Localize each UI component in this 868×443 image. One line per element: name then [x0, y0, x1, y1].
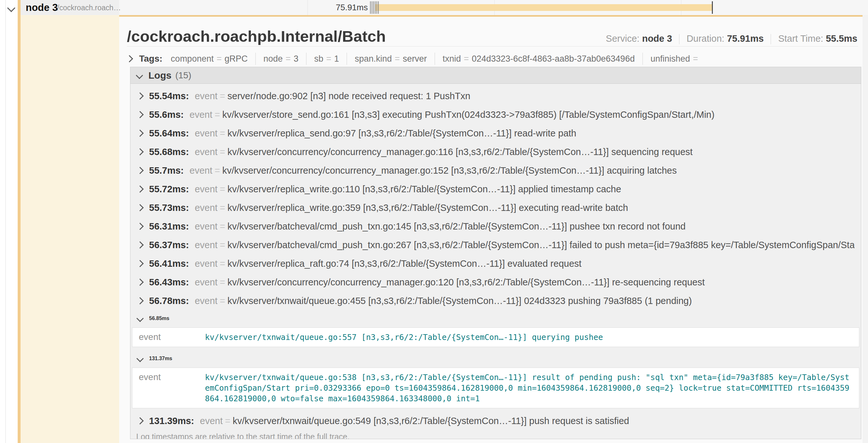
span-duration-label: 75.91ms	[297, 0, 368, 15]
tag-equals: =	[395, 54, 400, 64]
log-field-key: event	[195, 147, 217, 157]
log-row[interactable]: 55.7ms:event=kv/kvserver/concurrency/con…	[130, 161, 861, 180]
log-row[interactable]: 56.37ms:event=kv/kvserver/batcheval/cmd_…	[130, 236, 861, 254]
log-timestamp: 55.73ms:	[149, 203, 189, 213]
log-expand-chevron-icon[interactable]	[136, 241, 144, 249]
tag-equals: =	[326, 54, 331, 64]
tag-equals: =	[464, 54, 469, 64]
log-expand-chevron-icon[interactable]	[136, 297, 144, 305]
log-row[interactable]: 56.43ms:event=kv/kvserver/concurrency/co…	[130, 273, 861, 292]
selected-span-name-column[interactable]	[21, 15, 119, 443]
logs-accordion-header[interactable]: Logs (15)	[130, 67, 861, 84]
log-row[interactable]: 55.54ms:event=server/node.go:902 [n3] no…	[130, 87, 861, 105]
log-row[interactable]: 131.39ms:event=kv/kvserver/txnwait/queue…	[130, 412, 861, 430]
tag-separator	[347, 53, 347, 65]
log-entry-expanded-header[interactable]: 131.37ms	[130, 350, 861, 367]
log-field-equals: =	[220, 147, 225, 157]
log-timestamp: 56.37ms:	[149, 240, 189, 250]
log-field-value: server/node.go:902 [n3] node received re…	[227, 91, 470, 101]
log-timestamp: 56.31ms:	[149, 221, 189, 232]
log-collapse-chevron-icon[interactable]	[136, 355, 144, 363]
tag-item: component=gRPC	[171, 54, 248, 64]
tag-item: sb=1	[314, 54, 339, 64]
log-field-preview: event=kv/kvserver/batcheval/cmd_push_txn…	[195, 221, 855, 232]
tag-separator	[435, 53, 435, 65]
collapse-span-chevron-icon[interactable]	[7, 4, 15, 12]
log-field-key: event	[200, 416, 223, 426]
log-expand-chevron-icon[interactable]	[136, 185, 144, 193]
log-expand-chevron-icon[interactable]	[136, 279, 144, 286]
tag-item: node=3	[264, 54, 299, 64]
logs-title: Logs	[148, 70, 172, 81]
log-field-equals: =	[225, 416, 230, 426]
log-expand-chevron-icon[interactable]	[136, 111, 144, 118]
span-operation-truncated[interactable]: /cockroach.roach…	[57, 0, 121, 15]
tags-row[interactable]: Tags: component=gRPCnode=3sb=1span.kind=…	[127, 51, 858, 67]
tags-expander-chevron-icon[interactable]	[126, 55, 133, 63]
log-field-value: kv/kvserver/store_send.go:161 [n3,s3] ex…	[222, 109, 714, 120]
logs-section: Logs (15) 55.54ms:event=server/node.go:9…	[130, 67, 861, 439]
log-expand-chevron-icon[interactable]	[136, 260, 144, 267]
log-field-key: event	[195, 240, 217, 250]
span-detail-panel: /cockroach.roachpb.Internal/Batch Servic…	[119, 15, 863, 443]
log-row[interactable]: 55.72ms:event=kv/kvserver/replica_write.…	[130, 180, 861, 198]
tag-value: server	[403, 54, 427, 64]
tag-equals: =	[286, 54, 291, 64]
log-row[interactable]: 55.73ms:event=kv/kvserver/replica_write.…	[130, 198, 861, 217]
log-expand-chevron-icon[interactable]	[136, 130, 144, 137]
tag-value: 3	[293, 54, 299, 64]
log-field-value: kv/kvserver/replica_write.go:359 [n3,s3,…	[227, 203, 628, 213]
log-field-equals: =	[220, 221, 225, 232]
log-field-value: kv/kvserver/replica_raft.go:74 [n3,s3,r6…	[227, 259, 582, 269]
log-field-preview: event=kv/kvserver/txnwait/queue.go:455 […	[195, 296, 855, 306]
log-fields-table: eventkv/kvserver/txnwait/queue.go:557 [n…	[132, 328, 859, 347]
log-timestamp: 131.37ms	[149, 356, 172, 362]
tag-key: txnid	[443, 54, 461, 64]
log-marker-tick	[373, 1, 374, 14]
log-field-equals: =	[220, 91, 225, 101]
log-expand-chevron-icon[interactable]	[136, 167, 144, 174]
log-entry-expanded-header[interactable]: 56.85ms	[130, 310, 861, 327]
log-row[interactable]: 55.6ms:event=kv/kvserver/store_send.go:1…	[130, 105, 861, 124]
log-expand-chevron-icon[interactable]	[136, 93, 144, 100]
log-field-key: event	[195, 259, 217, 269]
log-collapse-chevron-icon[interactable]	[136, 315, 144, 322]
log-field-equals: =	[215, 109, 220, 120]
span-service-name[interactable]: node 3	[26, 0, 58, 15]
log-row[interactable]: 55.68ms:event=kv/kvserver/concurrency/co…	[130, 142, 861, 161]
tag-value: 024d3323-6c8f-4863-aa8b-37ab0e63496d	[472, 54, 634, 64]
logs-list: 55.54ms:event=server/node.go:902 [n3] no…	[130, 84, 861, 430]
log-row[interactable]: 56.31ms:event=kv/kvserver/batcheval/cmd_…	[130, 217, 861, 236]
log-field-preview: event=kv/kvserver/concurrency/concurrenc…	[195, 147, 855, 157]
log-expand-chevron-icon[interactable]	[136, 417, 144, 425]
log-field-value: kv/kvserver/txnwait/queue.go:549 [n3,s3,…	[232, 416, 629, 426]
log-expand-chevron-icon[interactable]	[136, 148, 144, 156]
log-timestamp: 55.64ms:	[149, 128, 189, 139]
tag-item: unfinished=	[651, 54, 701, 64]
log-field-preview: event=kv/kvserver/replica_write.go:359 […	[195, 203, 855, 213]
log-expand-chevron-icon[interactable]	[136, 223, 144, 230]
tag-separator	[643, 53, 643, 65]
tags-label[interactable]: Tags:	[139, 54, 162, 64]
log-field-equals: =	[220, 259, 225, 269]
meta-separator	[679, 34, 679, 44]
tag-equals: =	[693, 54, 698, 64]
log-field-equals: =	[220, 128, 225, 138]
span-duration-bar[interactable]	[375, 4, 713, 11]
logs-collapse-chevron-icon[interactable]	[136, 72, 143, 79]
log-timestamp: 55.68ms:	[149, 147, 189, 157]
duration-value: 75.91ms	[727, 33, 764, 44]
log-row[interactable]: 55.64ms:event=kv/kvserver/replica_send.g…	[130, 124, 861, 142]
log-row[interactable]: 56.78ms:event=kv/kvserver/txnwait/queue.…	[130, 292, 861, 310]
log-field-equals: =	[220, 296, 225, 306]
log-field-key: event	[195, 296, 217, 306]
tag-item: span.kind=server	[355, 54, 427, 64]
log-row[interactable]: 56.41ms:event=kv/kvserver/replica_raft.g…	[130, 254, 861, 273]
meta-separator	[771, 34, 771, 44]
log-marker-tick	[376, 1, 377, 14]
log-field-value: kv/kvserver/txnwait/queue.go:557 [n3,s3,…	[205, 332, 859, 343]
log-expand-chevron-icon[interactable]	[136, 204, 144, 211]
log-field-value: kv/kvserver/concurrency/concurrency_mana…	[227, 277, 705, 287]
log-field-value: kv/kvserver/replica_write.go:110 [n3,s3,…	[227, 184, 621, 194]
log-field-key: event	[132, 372, 205, 404]
